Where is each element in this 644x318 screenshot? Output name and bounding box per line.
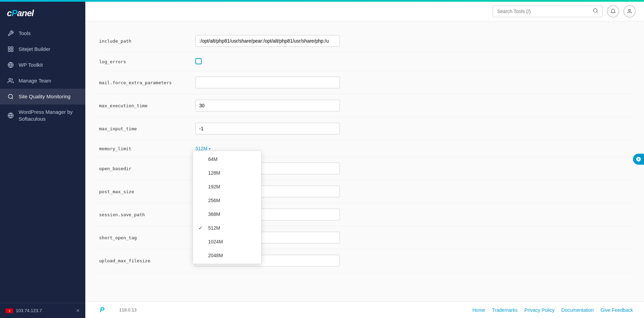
search-input[interactable] <box>497 9 590 14</box>
sidebar-item-wordpress-manager[interactable]: WordPress Manager by Softaculous <box>0 105 85 126</box>
field-label-memory-limit: memory_limit <box>96 140 193 157</box>
table-row: open_basedir <box>96 157 633 180</box>
field-label-include-path: include_path <box>96 30 193 53</box>
max-input-time-input[interactable] <box>195 123 340 134</box>
sidebar-item-sitejet-label: Sitejet Builder <box>19 46 51 53</box>
svg-rect-0 <box>8 47 10 48</box>
mail-force-input[interactable] <box>195 77 340 88</box>
field-value-max-execution <box>193 94 633 117</box>
max-execution-time-input[interactable] <box>195 100 340 111</box>
field-label-mail-force: mail.force_extra_parameters <box>96 71 193 94</box>
sidebar-item-wordpress-manager-label: WordPress Manager by Softaculous <box>19 109 78 122</box>
footer-link-trademarks[interactable]: Trademarks <box>492 307 517 313</box>
manage-team-icon <box>7 77 14 85</box>
footer-cpanel-logo: cPanel <box>96 306 117 314</box>
floating-helper-button[interactable] <box>633 154 644 165</box>
svg-point-6 <box>9 78 11 80</box>
table-row: memory_limit 512M ▾ 64M 128M 192M <box>96 140 633 157</box>
field-value-max-input <box>193 117 633 140</box>
table-row: max_input_time <box>96 117 633 140</box>
svg-line-8 <box>12 98 13 99</box>
page-footer: cPanel 118.0.13 Home Trademarks Privacy … <box>85 301 644 318</box>
log-errors-checkbox[interactable] <box>195 58 202 64</box>
sidebar-item-site-quality[interactable]: Site Quality Monitoring <box>0 89 85 105</box>
table-row: mail.force_extra_parameters <box>96 71 633 94</box>
field-label-max-execution: max_execution_time <box>96 94 193 117</box>
cpanel-logo: cPanel <box>7 8 78 19</box>
wptoolkit-icon <box>7 61 14 69</box>
include-path-input[interactable] <box>195 35 340 47</box>
header <box>85 2 644 21</box>
table-row: include_path <box>96 30 633 53</box>
main-content: include_path log_errors ma <box>85 21 644 301</box>
memory-option-128m[interactable]: 128M <box>193 166 261 180</box>
search-box[interactable] <box>493 6 603 17</box>
svg-rect-1 <box>11 47 13 48</box>
footer-link-documentation[interactable]: Documentation <box>561 307 594 313</box>
memory-limit-dropdown: 64M 128M 192M 256M 368M 512M 1024M 2048M <box>193 151 261 264</box>
tools-icon <box>7 30 14 37</box>
field-label-upload-max: upload_max_filesize <box>96 249 193 272</box>
site-quality-icon <box>7 93 14 100</box>
field-value-log-errors <box>193 53 633 71</box>
close-session-button[interactable]: ✕ <box>76 308 80 313</box>
sidebar-item-sitejet[interactable]: Sitejet Builder <box>0 41 85 57</box>
memory-option-512m[interactable]: 512M <box>193 221 261 235</box>
memory-option-2048m[interactable]: 2048M <box>193 249 261 262</box>
sidebar-item-site-quality-label: Site Quality Monitoring <box>19 93 71 100</box>
footer-links: Home Trademarks Privacy Policy Documenta… <box>472 307 633 313</box>
search-button[interactable] <box>593 8 598 15</box>
footer-link-privacy[interactable]: Privacy Policy <box>525 307 555 313</box>
sidebar-footer: 103.74.123.7 ✕ <box>0 303 85 318</box>
sidebar-item-manage-team-label: Manage Team <box>19 77 51 84</box>
table-row: upload_max_filesize <box>96 249 633 272</box>
notifications-button[interactable] <box>607 5 619 18</box>
field-label-short-open: short_open_tag <box>96 226 193 249</box>
user-menu-button[interactable] <box>623 5 636 18</box>
field-label-open-basedir: open_basedir <box>96 157 193 180</box>
memory-option-1024m[interactable]: 1024M <box>193 235 261 249</box>
field-value-include-path <box>193 30 633 53</box>
sidebar-item-wptoolkit[interactable]: WP Toolkit <box>0 57 85 73</box>
sidebar-item-tools[interactable]: Tools <box>0 25 85 41</box>
table-row: session.save_path <box>96 203 633 226</box>
sidebar-item-wptoolkit-label: WP Toolkit <box>19 62 43 68</box>
svg-rect-3 <box>8 50 10 52</box>
footer-version: 118.0.13 <box>119 307 137 312</box>
table-row: short_open_tag <box>96 226 633 249</box>
table-row: log_errors <box>96 53 633 71</box>
chevron-down-icon: ▾ <box>209 147 211 151</box>
memory-option-368m[interactable]: 368M <box>193 207 261 221</box>
field-label-log-errors: log_errors <box>96 53 193 71</box>
svg-point-7 <box>8 94 12 98</box>
memory-option-192m[interactable]: 192M <box>193 180 261 194</box>
table-row: max_execution_time <box>96 94 633 117</box>
svg-point-13 <box>629 9 630 11</box>
field-value-memory-limit: 512M ▾ 64M 128M 192M 256M 368M 512M <box>193 140 633 157</box>
sidebar-item-manage-team[interactable]: Manage Team <box>0 73 85 89</box>
sidebar-nav: Tools Sitejet Builder WP Toolkit <box>0 23 85 303</box>
field-label-post-max: post_max_size <box>96 180 193 203</box>
sidebar-item-tools-label: Tools <box>19 30 31 37</box>
sitejet-icon <box>7 45 14 53</box>
svg-line-12 <box>597 12 598 13</box>
memory-option-64m[interactable]: 64M <box>193 152 261 166</box>
field-label-session-save: session.save_path <box>96 203 193 226</box>
svg-point-11 <box>593 9 597 12</box>
content-area: include_path log_errors ma <box>85 2 644 318</box>
table-row: post_max_size <box>96 180 633 203</box>
footer-link-home[interactable]: Home <box>472 307 485 313</box>
php-settings-table: include_path log_errors ma <box>96 30 633 272</box>
footer-logo: cPanel 118.0.13 <box>96 306 137 314</box>
footer-link-feedback[interactable]: Give Feedback <box>601 307 633 313</box>
memory-option-256m[interactable]: 256M <box>193 194 261 207</box>
sidebar-logo: cPanel <box>0 2 85 23</box>
main-layout: cPanel Tools Sitejet Builder <box>0 2 644 318</box>
field-label-max-input: max_input_time <box>96 117 193 140</box>
field-value-mail-force <box>193 71 633 94</box>
sidebar: cPanel Tools Sitejet Builder <box>0 2 85 318</box>
svg-rect-2 <box>11 50 13 52</box>
flag-icon <box>6 308 13 313</box>
wordpress-manager-icon <box>7 112 14 119</box>
sidebar-ip-address: 103.74.123.7 <box>16 308 42 313</box>
